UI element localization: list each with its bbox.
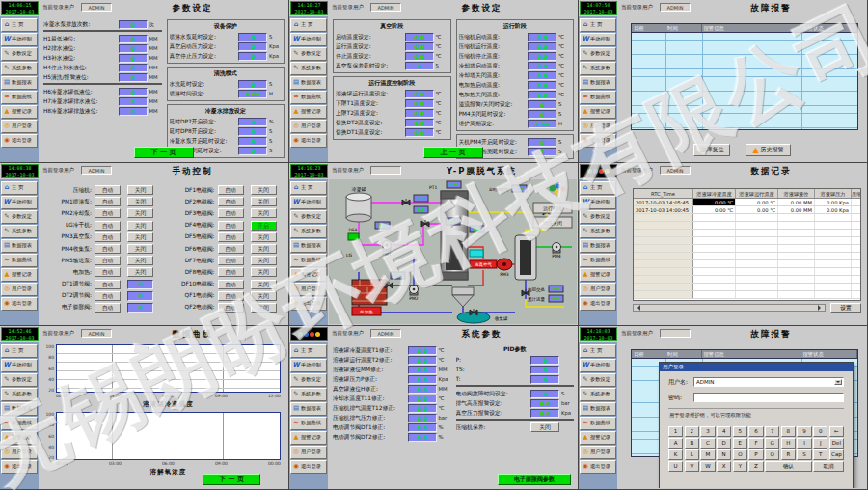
auto-mode-button[interactable]: 自动	[218, 267, 244, 277]
sidebar-item-home[interactable]: ⌂主 页	[1, 18, 38, 32]
param-value-box[interactable]: 0	[238, 33, 267, 41]
state-button[interactable]: 关闭	[251, 280, 277, 289]
param-value-box[interactable]: 0.0	[405, 52, 434, 61]
sidebar-item-param-setting[interactable]: ✎参数设定	[580, 210, 616, 224]
key-7[interactable]: 7	[765, 426, 779, 437]
key-I[interactable]: I	[797, 438, 811, 449]
sidebar-item-logout[interactable]: ◉退出登录	[1, 297, 38, 311]
sidebar-item-data-curve[interactable]: ≈数据曲线	[580, 417, 616, 430]
sidebar-item-data-report[interactable]: ▤数据报表	[580, 76, 616, 90]
sidebar-item-data-report[interactable]: ▤数据报表	[1, 239, 38, 253]
param-value-box[interactable]: 0	[119, 54, 148, 63]
key-N[interactable]: N	[717, 449, 731, 460]
sidebar-item-data-curve[interactable]: ≈数据曲线	[290, 254, 327, 267]
param-value-box[interactable]: 0	[238, 42, 267, 51]
key-D[interactable]: D	[717, 438, 731, 449]
key-5[interactable]: 5	[733, 426, 747, 437]
table-cell[interactable]: 0.00 ℃	[736, 199, 778, 205]
auto-mode-button[interactable]: 自动	[95, 208, 121, 218]
sidebar-item-param-setting[interactable]: ✎参数设定	[580, 373, 616, 387]
sidebar-item-manual-control[interactable]: W手动控制	[580, 33, 616, 46]
key-T[interactable]: T	[813, 449, 827, 460]
key-0[interactable]: 0	[813, 426, 827, 437]
state-button[interactable]: 关闭	[251, 244, 277, 254]
auto-mode-button[interactable]: 自动	[218, 244, 244, 254]
param-value-box[interactable]: 0.0	[408, 404, 437, 413]
sidebar-item-home[interactable]: ⌂主 页	[580, 344, 616, 358]
sidebar-item-manual-control[interactable]: W手动控制	[290, 359, 327, 372]
auto-mode-button[interactable]: 自动	[218, 280, 244, 289]
sidebar-item-manual-control[interactable]: W手动控制	[580, 196, 616, 209]
param-value-box[interactable]: 0.0	[405, 99, 434, 108]
auto-mode-button[interactable]: 自动	[95, 244, 121, 254]
sidebar-item-system-param[interactable]: ✎系统参数	[290, 62, 327, 75]
key-3[interactable]: 3	[700, 426, 715, 437]
auto-mode-button[interactable]: 自动	[218, 232, 244, 242]
table-cell[interactable]: 0.00 MM	[778, 206, 815, 213]
sidebar-item-param-setting[interactable]: ✎参数设定	[580, 47, 616, 61]
auto-mode-button[interactable]: 自动	[95, 291, 121, 301]
table-cell[interactable]	[852, 199, 861, 205]
param-value-box[interactable]: 0	[528, 138, 556, 147]
param-value-box[interactable]: 0.0	[405, 33, 434, 41]
state-button[interactable]: 关闭	[127, 244, 153, 254]
param-value-box[interactable]: 0.0	[405, 90, 434, 98]
key-←[interactable]: ←	[829, 426, 844, 437]
param-value-box[interactable]: 0	[238, 147, 267, 155]
state-button[interactable]: 关闭	[251, 303, 277, 313]
sidebar-item-logout[interactable]: ◉退出登录	[580, 134, 616, 148]
sidebar-item-home[interactable]: ⌂主 页	[290, 344, 327, 358]
sidebar-item-system-param[interactable]: ✎系统参数	[290, 388, 327, 401]
df4-indicator[interactable]	[348, 233, 359, 240]
sidebar-item-home[interactable]: ⌂主 页	[290, 18, 327, 32]
sidebar-item-logout[interactable]: ◉退出登录	[1, 460, 38, 474]
param-value-box[interactable]: 0.0	[405, 109, 434, 118]
sidebar-item-data-report[interactable]: ▤数据报表	[580, 402, 616, 416]
auto-mode-button[interactable]: 自动	[95, 280, 121, 289]
password-input[interactable]	[693, 393, 844, 402]
key-9[interactable]: 9	[797, 426, 811, 437]
sidebar-item-data-curve[interactable]: ≈数据曲线	[580, 91, 616, 104]
key-L[interactable]: L	[685, 449, 699, 460]
state-button[interactable]: 关闭	[251, 267, 277, 277]
auto-mode-button[interactable]: 自动	[218, 208, 244, 218]
sidebar-item-manual-control[interactable]: W手动控制	[1, 33, 38, 46]
sidebar-item-home[interactable]: ⌂主 页	[290, 181, 327, 195]
state-button[interactable]: 关闭	[251, 208, 277, 218]
state-button[interactable]: 关闭	[251, 197, 277, 206]
sidebar-item-param-setting[interactable]: ✎参数设定	[1, 210, 38, 224]
param-value-box[interactable]: 0.0	[528, 81, 556, 90]
valve-value-box[interactable]: 0	[127, 303, 153, 313]
key-1[interactable]: 1	[668, 426, 683, 437]
auto-mode-button[interactable]: 自动	[218, 221, 244, 231]
key-Del[interactable]: Del	[829, 438, 844, 449]
auto-mode-button[interactable]: 自动	[95, 221, 121, 231]
auto-mode-button[interactable]: 自动	[95, 232, 121, 242]
sidebar-item-home[interactable]: ⌂主 页	[1, 181, 38, 195]
table-cell[interactable]	[852, 206, 861, 213]
state-button[interactable]: 关闭	[251, 185, 277, 195]
key-C[interactable]: C	[700, 438, 715, 449]
state-button[interactable]: 关闭	[251, 291, 277, 301]
sidebar-item-alarm-record[interactable]: ▲报警记录	[1, 105, 38, 119]
sidebar-item-data-curve[interactable]: ≈数据曲线	[580, 254, 616, 267]
param-value-box[interactable]: 0.0	[405, 119, 434, 127]
sidebar-item-data-curve[interactable]: ≈数据曲线	[1, 91, 38, 104]
param-value-box[interactable]: 0.0	[408, 366, 437, 374]
param-value-box[interactable]: 0.0	[408, 423, 437, 432]
param-value-box[interactable]: 0.0	[408, 433, 437, 442]
sidebar-item-data-report[interactable]: ▤数据报表	[1, 402, 38, 416]
sidebar-item-manual-control[interactable]: W手动控制	[290, 196, 327, 209]
key-8[interactable]: 8	[781, 426, 796, 437]
confirm-button[interactable]: 确认	[765, 461, 812, 472]
state-button[interactable]: 关闭	[251, 256, 277, 265]
key-O[interactable]: O	[733, 449, 747, 460]
param-value-box[interactable]: 0	[119, 97, 148, 106]
sidebar-item-system-param[interactable]: ✎系统参数	[1, 62, 38, 75]
param-value-box[interactable]: 0	[238, 52, 267, 61]
param-value-box[interactable]: 0.0	[530, 409, 559, 418]
table-cell[interactable]: 0.00 Kpa	[815, 199, 852, 205]
table-cell[interactable]: 0.00 Kpa	[815, 206, 852, 213]
sidebar-item-alarm-record[interactable]: ▲报警记录	[580, 431, 616, 445]
key-Q[interactable]: Q	[765, 449, 779, 460]
